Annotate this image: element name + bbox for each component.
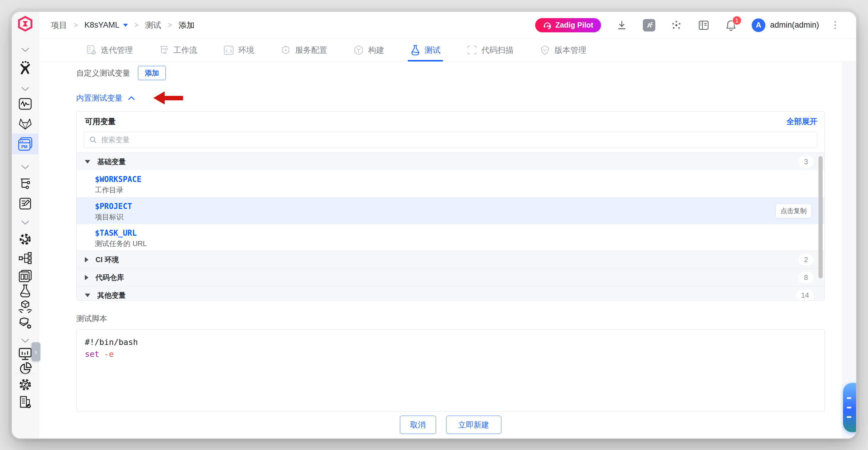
group-basic-variables[interactable]: 基础变量 3 (76, 153, 825, 170)
avatar: A (752, 19, 765, 32)
app-window: PM (12, 12, 856, 439)
artifact-delivery-icon[interactable] (12, 298, 38, 315)
chevron-down-icon[interactable] (12, 41, 38, 58)
chevron-down-icon[interactable] (12, 81, 38, 97)
script-line-1: #!/bin/bash (85, 336, 816, 348)
user-menu[interactable]: A admin(admin) (752, 19, 819, 32)
create-now-button[interactable]: 立即新建 (446, 416, 501, 434)
form-actions: 取消 立即新建 (76, 416, 825, 434)
project-tabs: 迭代管理 工作流 环境 服务配置 构建 测试 代码扫描 版本管理 (38, 38, 856, 62)
copy-tooltip: 点击复制 (776, 204, 811, 218)
download-icon[interactable] (615, 19, 628, 32)
variables-title: 可用变量 (85, 116, 116, 127)
sidebar-item-project-management[interactable]: PM (12, 133, 38, 154)
tab-service-config[interactable]: 服务配置 (280, 38, 327, 61)
pipeline-tree-icon[interactable] (12, 176, 38, 192)
page-scrollbar-gutter[interactable] (842, 62, 856, 439)
variables-scrollbar[interactable] (818, 156, 823, 278)
sidebar: PM (12, 12, 38, 439)
chevron-down-icon[interactable] (12, 214, 38, 231)
script-line-2: set -e (85, 348, 816, 360)
group-count-badge: 2 (798, 254, 814, 265)
available-variables-panel: 可用变量 全部展开 基础变量 3 $WORKSPACE 工作目录 $PROJEC… (76, 111, 825, 301)
test-script-editor[interactable]: #!/bin/bash set -e (76, 329, 825, 412)
workflow-icon (159, 45, 169, 55)
gitlab-icon[interactable] (12, 115, 38, 132)
search-icon (89, 136, 97, 144)
build-cube-icon[interactable] (12, 315, 38, 332)
note-edit-icon[interactable] (12, 195, 38, 212)
breadcrumb-projects[interactable]: 项目 (51, 20, 67, 31)
release-icon (539, 45, 550, 55)
breadcrumb-separator: > (134, 21, 139, 29)
tab-release-management[interactable]: 版本管理 (539, 38, 587, 61)
cancel-button[interactable]: 取消 (400, 416, 436, 434)
floating-helper-button[interactable] (843, 383, 856, 432)
tab-workflows[interactable]: 工作流 (159, 38, 197, 61)
test-flask-icon[interactable] (12, 282, 38, 299)
pilot-headset-icon: AI (543, 21, 552, 30)
user-name: admin(admin) (770, 21, 819, 30)
caret-down-icon (123, 24, 128, 27)
tab-tests[interactable]: 测试 (410, 38, 440, 61)
variable-row-workspace[interactable]: $WORKSPACE 工作目录 (76, 170, 825, 197)
group-count-badge: 3 (798, 156, 814, 168)
variable-search-box[interactable] (84, 132, 817, 148)
iteration-icon (86, 45, 97, 56)
custom-vars-row: 自定义测试变量 添加 (76, 66, 166, 80)
group-code-repository[interactable]: 代码仓库 8 (76, 268, 825, 286)
code-scan-icon (467, 45, 477, 55)
svg-text:AI: AI (547, 24, 550, 28)
notification-badge: 1 (732, 16, 742, 25)
tab-iteration-management[interactable]: 迭代管理 (86, 38, 133, 61)
environment-icon (223, 45, 234, 55)
grafana-icon[interactable] (12, 231, 38, 247)
breadcrumb-separator: > (73, 21, 78, 29)
settings-gear-icon[interactable] (12, 377, 38, 393)
group-count-badge: 14 (796, 290, 814, 301)
status-monitor-icon[interactable] (12, 96, 38, 112)
sidebar-collapse-toggle[interactable]: › (31, 342, 40, 361)
pm-glyph: PM (21, 144, 28, 149)
top-bar-actions: AI Zadig Pilot A 1 A admin(admin) (535, 18, 837, 32)
annotation-arrow-icon (153, 91, 183, 104)
tab-environments[interactable]: 环境 (223, 38, 254, 61)
org-flow-icon[interactable] (12, 250, 38, 267)
expand-all-link[interactable]: 全部展开 (786, 116, 817, 127)
search-input[interactable] (101, 136, 812, 144)
jmeter-icon[interactable] (12, 59, 38, 76)
test-flask-icon (410, 45, 421, 56)
zadig-logo-icon[interactable] (12, 16, 38, 32)
enterprise-building-icon[interactable] (12, 394, 38, 410)
more-options-icon[interactable] (833, 20, 837, 30)
caret-right-icon (85, 275, 88, 280)
browser-apps-icon[interactable] (12, 268, 38, 284)
tab-builds[interactable]: 构建 (353, 38, 384, 61)
top-bar: 项目 > K8sYAML > 测试 > 添加 AI Zadig Pilot A (38, 12, 856, 38)
caret-down-icon (85, 294, 90, 297)
add-variable-button[interactable]: 添加 (138, 66, 166, 80)
test-script-label: 测试脚本 (76, 313, 107, 324)
notifications-bell-icon[interactable]: 1 (724, 19, 738, 32)
breadcrumb-project-selector[interactable]: K8sYAML (85, 21, 128, 30)
chevron-down-icon[interactable] (12, 159, 38, 175)
zadig-pilot-button[interactable]: AI Zadig Pilot (535, 18, 601, 32)
language-icon[interactable]: A (643, 19, 656, 32)
tab-code-scan[interactable]: 代码扫描 (467, 38, 514, 61)
docs-book-icon[interactable] (697, 19, 710, 32)
integrations-icon[interactable] (670, 19, 683, 32)
group-ci-environment[interactable]: CI 环境 2 (76, 250, 825, 268)
breadcrumb-test[interactable]: 测试 (145, 20, 161, 31)
custom-vars-label: 自定义测试变量 (76, 68, 130, 78)
variables-panel-header: 可用变量 全部展开 (76, 112, 825, 131)
service-config-icon (280, 45, 291, 56)
group-other-variables[interactable]: 其他变量 14 (76, 286, 825, 301)
variable-row-task-url[interactable]: $TASK_URL 测试任务的 URL (76, 224, 825, 250)
breadcrumb-current-add: 添加 (179, 20, 195, 31)
variable-row-project[interactable]: $PROJECT 项目标识 点击复制 (76, 197, 825, 224)
breadcrumb: 项目 > K8sYAML > 测试 > 添加 (51, 20, 195, 31)
chevron-up-icon (128, 96, 135, 100)
pie-chart-icon[interactable] (12, 360, 38, 377)
builtin-vars-toggle[interactable]: 内置测试变量 (76, 93, 135, 103)
test-create-form: 自定义测试变量 添加 内置测试变量 可用变量 全部展开 基础变量 3 (38, 62, 856, 439)
